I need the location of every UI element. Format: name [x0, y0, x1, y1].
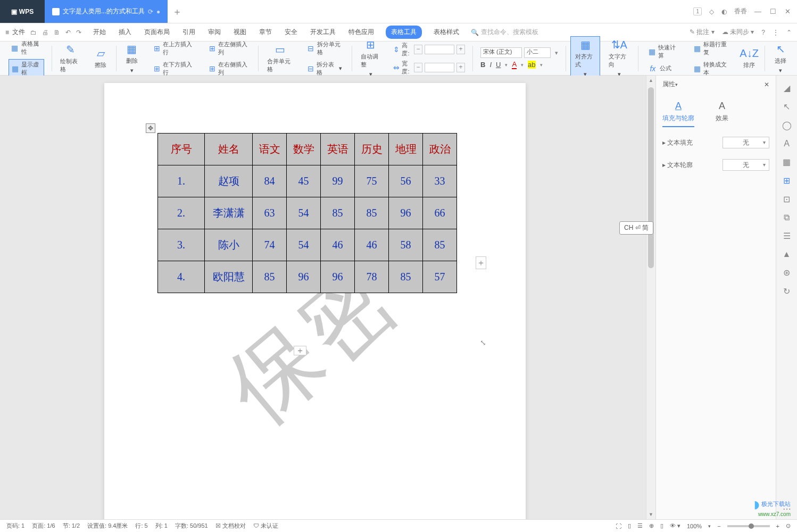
- tab-table-style[interactable]: 表格样式: [433, 26, 460, 39]
- props-tab-fill[interactable]: A填充与轮廓: [662, 97, 694, 127]
- tab-security[interactable]: 安全: [284, 26, 298, 39]
- command-search[interactable]: 🔍 查找命令、搜索模板: [471, 28, 538, 37]
- add-column-button[interactable]: ＋: [476, 256, 486, 269]
- scrollbar-thumb[interactable]: [648, 87, 654, 268]
- badge[interactable]: 1: [693, 7, 702, 15]
- properties-tool-icon[interactable]: ⊞: [783, 176, 790, 186]
- formula-button[interactable]: fx公式: [646, 63, 680, 74]
- text-outline-select[interactable]: 无: [723, 159, 769, 171]
- font-tool-icon[interactable]: A: [784, 139, 790, 148]
- nav-tool-icon[interactable]: ⊡: [783, 194, 790, 204]
- tab-view[interactable]: 视图: [233, 26, 247, 39]
- tab-insert[interactable]: 插入: [118, 26, 132, 39]
- tab-layout[interactable]: 页面布局: [143, 26, 171, 39]
- width-input[interactable]: [425, 63, 454, 72]
- view-page-icon[interactable]: ▯: [628, 522, 631, 529]
- comment-button[interactable]: ✎ 批注 ▾: [690, 28, 715, 37]
- split-cell-button[interactable]: ⊟拆分单元格: [304, 39, 344, 57]
- merge-cells-button[interactable]: ▭合并单元格: [263, 41, 297, 76]
- status-verify[interactable]: 🛡 未认证: [253, 522, 278, 530]
- insert-col-right-button[interactable]: ⊞在右侧插入列: [206, 60, 251, 78]
- minimize-button[interactable]: —: [754, 7, 761, 15]
- redo-icon[interactable]: ↷: [76, 29, 81, 36]
- eye-icon[interactable]: 👁 ▾: [670, 522, 680, 529]
- height-plus[interactable]: +: [456, 45, 465, 54]
- tab-section[interactable]: 章节: [258, 26, 273, 39]
- to-text-button[interactable]: ▦转换成文本: [691, 60, 730, 78]
- collapse-ribbon-button[interactable]: ⌃: [786, 29, 792, 36]
- file-menu[interactable]: 文件: [12, 28, 25, 37]
- view-web-icon[interactable]: ⊕: [649, 522, 654, 529]
- new-tab-button[interactable]: ＋: [168, 0, 187, 23]
- save-icon[interactable]: 🖨: [42, 29, 48, 36]
- outline-tool-icon[interactable]: ☰: [783, 231, 791, 241]
- props-tab-effect[interactable]: A效果: [716, 97, 728, 127]
- font-size-select[interactable]: 小二: [524, 47, 551, 58]
- select-button[interactable]: ↖选择▾: [769, 41, 792, 76]
- italic-button[interactable]: I: [489, 61, 492, 69]
- vertical-scrollbar[interactable]: [646, 76, 655, 519]
- font-expand[interactable]: ▾: [555, 49, 558, 56]
- zoom-value[interactable]: 100%: [687, 523, 702, 529]
- quick-calc-button[interactable]: ▦快速计算: [646, 43, 680, 61]
- status-page[interactable]: 页面: 1/6: [32, 522, 55, 530]
- tab-review[interactable]: 审阅: [207, 26, 222, 39]
- sort-button[interactable]: A↓Z排序: [738, 45, 760, 71]
- width-plus[interactable]: +: [456, 63, 465, 72]
- status-proof[interactable]: ☒ 文档校对: [215, 522, 246, 530]
- view-read-icon[interactable]: ▯: [660, 522, 663, 529]
- bold-button[interactable]: B: [480, 61, 485, 69]
- help-button[interactable]: ?: [761, 29, 765, 36]
- table-resize-handle[interactable]: ⤡: [480, 338, 486, 347]
- draw-table-button[interactable]: ✎绘制表格: [56, 41, 85, 76]
- title-repeat-button[interactable]: ▦标题行重复: [691, 39, 730, 57]
- maximize-button[interactable]: ☐: [770, 7, 776, 15]
- image-tool-icon[interactable]: ▲: [783, 250, 791, 259]
- select-tool-icon[interactable]: ↖: [783, 102, 790, 112]
- zoom-in-button[interactable]: +: [776, 523, 779, 529]
- height-input[interactable]: [425, 45, 454, 54]
- status-words[interactable]: 字数: 50/951: [175, 522, 208, 530]
- table-properties-button[interactable]: ▦表格属性: [9, 39, 44, 57]
- sync-button[interactable]: ☁ 未同步 ▾: [722, 28, 754, 37]
- undo-icon[interactable]: ↶: [65, 29, 71, 36]
- fullscreen-icon[interactable]: ⛶: [616, 523, 621, 529]
- eraser-button[interactable]: ▱擦除: [89, 45, 112, 71]
- hamburger-icon[interactable]: ≡: [5, 29, 9, 36]
- document-tab[interactable]: 文字是人类用...的方式和工具 ⟳ ●: [45, 0, 168, 23]
- tab-table-tools[interactable]: 表格工具: [386, 26, 422, 39]
- status-pageno[interactable]: 页码: 1: [6, 522, 24, 530]
- insert-row-below-button[interactable]: ⊞在下方插入行: [151, 60, 195, 78]
- align-button[interactable]: ▦对齐方式▾: [570, 36, 601, 80]
- close-button[interactable]: ✕: [785, 7, 791, 15]
- props-close-icon[interactable]: ✕: [764, 81, 769, 88]
- user-avatar-icon[interactable]: ◐: [721, 8, 727, 15]
- status-section[interactable]: 节: 1/2: [63, 522, 80, 530]
- status-col[interactable]: 列: 1: [155, 522, 168, 530]
- add-row-button[interactable]: ＋: [294, 346, 306, 355]
- status-position[interactable]: 设置值: 9.4厘米: [87, 522, 128, 530]
- open-icon[interactable]: 🗀: [30, 29, 37, 36]
- font-color-button[interactable]: A: [512, 60, 517, 69]
- text-fill-select[interactable]: 无: [723, 137, 769, 148]
- status-row[interactable]: 行: 5: [135, 522, 147, 530]
- preview-icon[interactable]: 🗎: [54, 29, 60, 36]
- fit-icon[interactable]: ⊙: [786, 522, 791, 529]
- insert-row-above-button[interactable]: ⊞在上方插入行: [151, 39, 195, 57]
- autofit-button[interactable]: ⊞自动调整▾: [356, 37, 386, 80]
- text-direction-button[interactable]: ⇅A文字方向▾: [604, 37, 634, 80]
- insert-col-left-button[interactable]: ⊞在左侧插入列: [206, 39, 251, 57]
- tab-dev[interactable]: 开发工具: [309, 26, 337, 39]
- history-tool-icon[interactable]: ↻: [783, 286, 790, 296]
- table-move-handle[interactable]: ✥: [146, 123, 155, 133]
- table-tool-icon[interactable]: ▦: [783, 157, 791, 167]
- zoom-out-button[interactable]: −: [717, 523, 720, 529]
- highlight-button[interactable]: ab: [528, 61, 535, 69]
- settings-tool-icon[interactable]: ⊛: [783, 268, 790, 278]
- link-tool-icon[interactable]: ⧉: [784, 213, 790, 222]
- more-button[interactable]: ⋮: [773, 29, 779, 36]
- split-table-button[interactable]: ⊟拆分表格▾: [304, 60, 344, 78]
- theme-icon[interactable]: ◇: [709, 8, 714, 15]
- format-brush-icon[interactable]: ◢: [784, 83, 790, 93]
- shapes-icon[interactable]: ◯: [782, 120, 792, 130]
